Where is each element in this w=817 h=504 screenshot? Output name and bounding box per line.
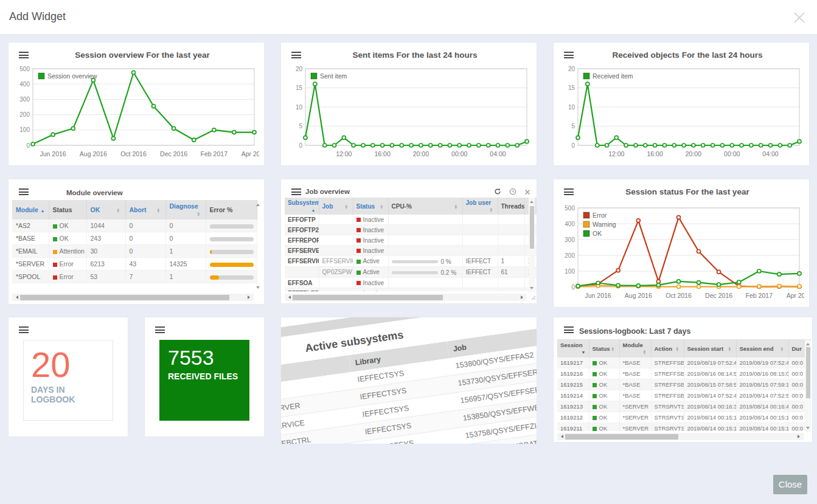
vertical-scrollbar[interactable] [805, 340, 811, 432]
widget-received-objects[interactable]: Received objects For the last 24 hours 0… [554, 43, 809, 165]
svg-text:Apr 2017: Apr 2017 [242, 150, 259, 157]
scrollbar-thumb[interactable] [530, 206, 534, 249]
refresh-icon[interactable] [494, 187, 501, 198]
sort-icon[interactable] [158, 206, 162, 213]
menu-icon[interactable] [564, 326, 574, 334]
column-header[interactable]: Abort [125, 200, 165, 219]
cpu-bar [392, 271, 438, 274]
scrollbar-thumb[interactable] [806, 347, 810, 398]
svg-text:16:00: 16:00 [647, 150, 662, 157]
big-number: 20 [31, 347, 113, 384]
session-status-chart: 0100200300400500Jun 2016Aug 2016Oct 2016… [558, 205, 804, 306]
horizontal-scrollbar[interactable] [12, 294, 254, 301]
module-table: ModuleStatusOKAbortDiagnoseError % *AS2 … [12, 200, 260, 291]
sort-icon[interactable] [490, 206, 495, 213]
column-header[interactable]: Error % [206, 200, 257, 219]
menu-icon[interactable] [19, 326, 29, 334]
sort-icon[interactable] [582, 348, 586, 355]
column-header[interactable]: Status [49, 200, 86, 219]
column-header[interactable]: Job user [462, 198, 498, 215]
menu-icon[interactable] [155, 326, 165, 334]
column-header[interactable]: OK [86, 200, 125, 219]
widget-days-in-logbook[interactable]: 20 DAYS IN LOGBOOK [9, 317, 128, 437]
column-header[interactable]: Module [619, 339, 651, 357]
column-header[interactable]: Session end [736, 339, 788, 357]
table-row: EFFSOA Inactive [285, 278, 537, 288]
horizontal-scrollbar[interactable] [285, 294, 527, 301]
widget-sent-items[interactable]: Sent items For the last 24 hours 0510152… [281, 43, 537, 165]
sort-icon[interactable] [455, 203, 459, 210]
table-row: QP0ZSPWT Active 0.2 % IEFFECT 61 1 [285, 267, 537, 278]
status-square-icon [356, 271, 361, 275]
sort-icon[interactable] [311, 206, 316, 213]
svg-text:Oct 2016: Oct 2016 [120, 150, 147, 157]
svg-text:Oct 2016: Oct 2016 [666, 292, 692, 299]
sort-icon[interactable] [644, 348, 648, 355]
svg-text:12:00: 12:00 [336, 150, 352, 157]
widget-active-subsystems[interactable]: Active subsystems NameLibraryJob EFFAS2 … [281, 317, 537, 444]
close-icon[interactable] [791, 10, 807, 26]
horizontal-scrollbar[interactable] [557, 433, 804, 440]
sort-icon[interactable] [41, 206, 45, 213]
status-square-icon [53, 275, 57, 280]
status-square-icon [593, 405, 597, 409]
sort-icon[interactable] [781, 345, 785, 352]
widget-received-files[interactable]: 7553 RECEIVED FILES [145, 317, 264, 437]
svg-text:0: 0 [571, 284, 575, 291]
column-header[interactable]: Subsystem [285, 198, 319, 215]
scrollbar-thumb[interactable] [293, 295, 443, 300]
session-overview-chart: 0100200300400500Jun 2016Aug 2016Oct 2016… [13, 66, 259, 164]
svg-text:300: 300 [565, 236, 575, 243]
sort-icon[interactable] [676, 345, 681, 352]
table-row: EFFSERVICE EFFSERVICE Active 0 % IEFFECT… [285, 256, 537, 267]
sort-icon[interactable] [117, 206, 122, 213]
sort-icon[interactable] [612, 345, 616, 352]
big-number: 7553 [168, 347, 249, 369]
sort-icon[interactable] [198, 210, 202, 217]
column-header[interactable]: Action [651, 339, 684, 357]
column-header[interactable]: Threads [498, 198, 524, 215]
resize-grip[interactable] [530, 292, 536, 303]
svg-text:Aug 2016: Aug 2016 [625, 292, 652, 299]
widget-module-overview[interactable]: Module overview ModuleStatusOKAbortDiagn… [9, 179, 264, 304]
widget-title: Sessions-logbook: Last 7 days [579, 327, 690, 336]
table-row: *EMAIL Attention 30 0 1 [12, 245, 257, 258]
close-widget-icon[interactable] [524, 187, 530, 198]
column-header[interactable]: Session start [684, 339, 736, 357]
menu-icon[interactable] [19, 188, 29, 196]
logbook-table: SessionStatusModuleActionSession startSe… [557, 339, 812, 431]
column-header[interactable]: Session [557, 339, 589, 357]
status-square-icon [53, 250, 57, 254]
widget-sessions-logbook[interactable]: Sessions-logbook: Last 7 days SessionSta… [554, 317, 812, 442]
svg-text:20: 20 [296, 66, 303, 72]
clock-icon[interactable] [509, 187, 516, 198]
svg-text:200: 200 [19, 111, 30, 118]
scrollbar-thumb[interactable] [565, 434, 678, 440]
column-header[interactable]: CPU-% [388, 198, 462, 215]
sort-icon[interactable] [381, 203, 385, 210]
column-header[interactable]: Module [12, 200, 49, 219]
svg-text:Jun 2016: Jun 2016 [40, 150, 66, 157]
status-square-icon [593, 383, 597, 387]
widget-job-overview[interactable]: Job overview SubsystemJobStatusCPU-%Job … [281, 179, 537, 303]
svg-text:0: 0 [26, 142, 30, 149]
svg-text:15: 15 [568, 85, 575, 91]
scrollbar-thumb[interactable] [20, 295, 229, 300]
status-square-icon [356, 281, 361, 285]
close-button[interactable]: Close [773, 475, 807, 494]
sort-icon[interactable] [346, 203, 350, 210]
svg-text:400: 400 [565, 221, 575, 227]
vertical-scrollbar[interactable] [255, 201, 261, 292]
column-header[interactable]: Job [319, 198, 353, 215]
sort-icon[interactable] [729, 345, 733, 352]
status-square-icon [593, 416, 597, 420]
widget-session-overview[interactable]: Session overview For the last year 01002… [9, 43, 264, 165]
status-square-icon [356, 228, 361, 232]
vertical-scrollbar[interactable] [529, 198, 535, 292]
widget-session-status[interactable]: Session status For the last year 0100200… [554, 179, 809, 307]
menu-icon[interactable] [291, 188, 302, 196]
column-header[interactable]: Diagnose [165, 200, 206, 219]
column-header[interactable]: Status [353, 198, 388, 215]
column-header[interactable]: Status [589, 339, 619, 357]
received-objects-chart: 0510152012:0016:0020:0000:0004:00Receive… [558, 66, 804, 164]
